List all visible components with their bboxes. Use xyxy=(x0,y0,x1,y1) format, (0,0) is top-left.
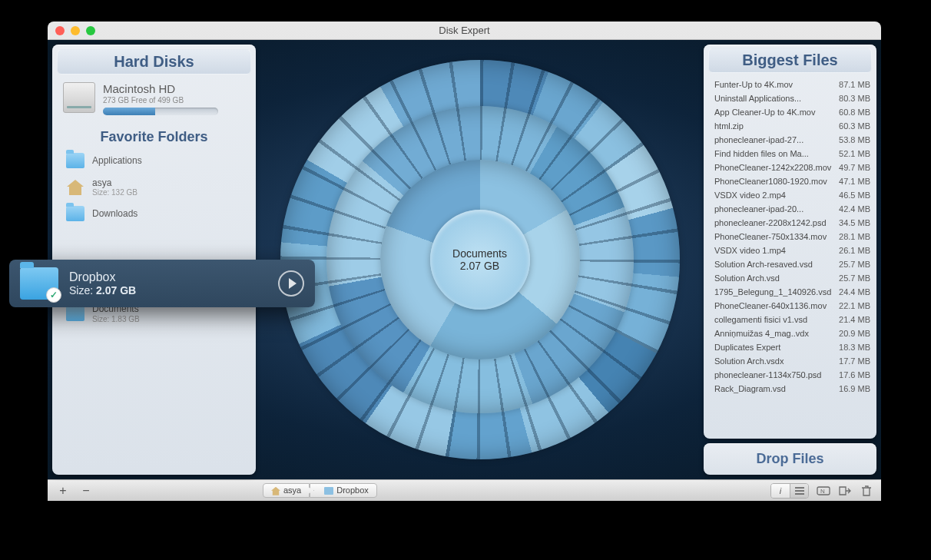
file-size: 80.3 MB xyxy=(839,94,870,103)
scan-play-button[interactable] xyxy=(278,270,304,297)
disk-usage-fill xyxy=(103,108,155,115)
folder-popout[interactable]: Dropbox Size: 2.07 GB xyxy=(9,260,315,307)
rename-icon[interactable]: N xyxy=(817,485,830,497)
breadcrumb-path[interactable]: Dropbox xyxy=(310,483,377,498)
file-name: Solution Arch-resaved.vsd xyxy=(714,260,839,269)
file-row[interactable]: collegamenti fisici v1.vsd21.4 MB xyxy=(711,313,873,326)
file-row[interactable]: phonecleaner-ipad-27...53.8 MB xyxy=(711,133,873,147)
file-name: phonecleaner-ipad-20... xyxy=(714,204,839,214)
file-size: 17.6 MB xyxy=(839,370,870,379)
file-row[interactable]: Anniņmuižas 4_mag..vdx20.9 MB xyxy=(711,326,873,340)
breadcrumb-home[interactable]: asya xyxy=(263,483,310,498)
folder-name: asya xyxy=(92,177,137,188)
biggest-files-list[interactable]: Funter-Up to 4K.mov87.1 MBUninstall Appl… xyxy=(704,78,876,436)
file-row[interactable]: Solution Arch.vsd25.7 MB xyxy=(711,271,873,285)
sunburst-hub[interactable]: Documents 2.07 GB xyxy=(430,210,530,310)
file-name: Solution Arch.vsd xyxy=(714,273,839,283)
disk-row[interactable]: Macintosh HD 273 GB Free of 499 GB xyxy=(52,79,256,123)
favorite-folder-row[interactable]: Applications xyxy=(52,148,256,173)
export-icon[interactable] xyxy=(838,485,852,497)
drop-files-label: Drop Files xyxy=(756,451,823,466)
file-size: 18.3 MB xyxy=(839,343,870,352)
file-name: Find hidden files on Ma... xyxy=(714,149,839,158)
folder-icon xyxy=(66,206,84,221)
favorite-folder-row[interactable]: Downloads xyxy=(52,201,256,226)
file-size: 42.4 MB xyxy=(839,204,870,214)
file-row[interactable]: Solution Arch-resaved.vsd25.7 MB xyxy=(711,257,873,271)
file-size: 26.1 MB xyxy=(839,246,870,255)
file-row[interactable]: Rack_Diagram.vsd16.9 MB xyxy=(711,382,873,396)
file-size: 53.8 MB xyxy=(839,135,870,144)
hub-size: 2.07 GB xyxy=(460,260,499,272)
disk-info: Macintosh HD 273 GB Free of 499 GB xyxy=(103,82,245,115)
close-icon[interactable] xyxy=(55,26,65,35)
remove-button[interactable]: − xyxy=(78,484,94,498)
file-row[interactable]: PhoneCleaner-640x1136.mov22.1 MB xyxy=(711,299,873,313)
titlebar: Disk Expert xyxy=(48,22,881,40)
add-button[interactable]: + xyxy=(55,484,71,498)
file-size: 47.1 MB xyxy=(839,177,870,186)
file-size: 46.5 MB xyxy=(839,191,870,200)
file-row[interactable]: Solution Arch.vsdx17.7 MB xyxy=(711,354,873,368)
file-name: 1795_Belegung_1_140926.vsd xyxy=(714,287,839,297)
drop-files-panel[interactable]: Drop Files xyxy=(704,443,876,475)
file-row[interactable]: Funter-Up to 4K.mov87.1 MB xyxy=(711,78,873,91)
file-row[interactable]: html.zip60.3 MB xyxy=(711,119,873,133)
folder-icon xyxy=(324,487,333,495)
file-row[interactable]: PhoneCleaner1080-1920.mov47.1 MB xyxy=(711,174,873,188)
file-row[interactable]: VSDX video 2.mp446.5 MB xyxy=(711,188,873,202)
folder-size: Size: 1.83 GB xyxy=(92,315,140,323)
disk-subtitle: 273 GB Free of 499 GB xyxy=(103,96,245,104)
folder-size: Size: 132 GB xyxy=(92,188,137,197)
file-row[interactable]: PhoneCleaner-1242x2208.mov49.7 MB xyxy=(711,161,873,174)
file-row[interactable]: phonecleaner-2208x1242.psd34.5 MB xyxy=(711,216,873,230)
breadcrumb: asya Dropbox xyxy=(263,483,377,498)
file-name: Uninstall Applications... xyxy=(714,94,839,103)
file-size: 60.3 MB xyxy=(839,121,870,131)
file-row[interactable]: phonecleaner-ipad-20...42.4 MB xyxy=(711,202,873,216)
sunburst-area: Documents 2.07 GB xyxy=(260,45,699,475)
file-row[interactable]: Uninstall Applications...80.3 MB xyxy=(711,91,873,105)
trash-icon[interactable] xyxy=(860,485,873,497)
sunburst-chart[interactable]: Documents 2.07 GB xyxy=(280,60,680,459)
folder-icon xyxy=(20,267,58,300)
file-size: 24.4 MB xyxy=(839,287,870,297)
file-size: 17.7 MB xyxy=(839,356,870,366)
folder-name: Downloads xyxy=(92,208,137,219)
list-view-button[interactable] xyxy=(790,484,808,498)
file-name: VSDX video 1.mp4 xyxy=(714,246,839,255)
file-row[interactable]: App Cleaner-Up to 4K.mov60.8 MB xyxy=(711,105,873,119)
file-row[interactable]: phonecleaner-1134x750.psd17.6 MB xyxy=(711,368,873,382)
biggest-files-header: Biggest Files xyxy=(708,48,872,73)
folder-name: Applications xyxy=(92,155,142,166)
info-view-button[interactable]: i xyxy=(771,484,790,498)
zoom-icon[interactable] xyxy=(86,26,95,35)
view-mode-toggle[interactable]: i xyxy=(770,483,809,499)
file-name: phonecleaner-1134x750.psd xyxy=(714,370,839,379)
home-icon xyxy=(271,487,280,495)
file-name: PhoneCleaner1080-1920.mov xyxy=(714,177,839,186)
minimize-icon[interactable] xyxy=(71,26,80,35)
file-row[interactable]: Duplicates Expert18.3 MB xyxy=(711,340,873,354)
file-name: VSDX video 2.mp4 xyxy=(714,191,839,200)
file-name: PhoneCleaner-750x1334.mov xyxy=(714,232,839,241)
right-column: Biggest Files Funter-Up to 4K.mov87.1 MB… xyxy=(704,45,876,475)
favorite-folders-list: ApplicationsasyaSize: 132 GBDownloads xyxy=(52,148,256,226)
file-row[interactable]: 1795_Belegung_1_140926.vsd24.4 MB xyxy=(711,285,873,299)
popout-name: Dropbox xyxy=(69,270,136,284)
favorite-folder-row[interactable]: asyaSize: 132 GB xyxy=(52,173,256,201)
file-size: 20.9 MB xyxy=(839,329,870,338)
file-size: 16.9 MB xyxy=(839,384,870,393)
file-size: 25.7 MB xyxy=(839,260,870,269)
file-row[interactable]: Find hidden files on Ma...52.1 MB xyxy=(711,147,873,161)
file-row[interactable]: VSDX video 1.mp426.1 MB xyxy=(711,244,873,257)
file-name: Solution Arch.vsdx xyxy=(714,356,839,366)
file-row[interactable]: PhoneCleaner-750x1334.mov28.1 MB xyxy=(711,230,873,244)
file-size: 34.5 MB xyxy=(839,218,870,227)
file-name: Anniņmuižas 4_mag..vdx xyxy=(714,329,839,338)
file-size: 60.8 MB xyxy=(839,108,870,117)
popout-text: Dropbox Size: 2.07 GB xyxy=(69,270,136,297)
file-name: Rack_Diagram.vsd xyxy=(714,384,839,393)
disk-usage-bar xyxy=(103,108,218,115)
bottom-toolbar: + − asya Dropbox i N xyxy=(48,479,881,501)
